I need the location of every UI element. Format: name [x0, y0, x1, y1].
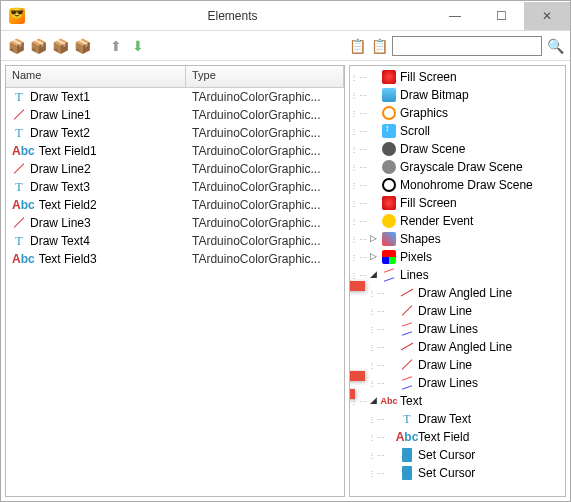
add-icon[interactable]: 📦	[7, 37, 25, 55]
tree-node[interactable]: ⋮⋯Draw Scene	[350, 140, 565, 158]
window-title: Elements	[33, 9, 432, 23]
titlebar[interactable]: Elements — ☐ ✕	[1, 1, 570, 31]
node-icon	[381, 177, 397, 193]
node-icon	[399, 375, 415, 391]
tree-node[interactable]: ⋮⋯Draw Line	[350, 302, 565, 320]
table-row[interactable]: AbcText Field1TArduinoColorGraphic...	[6, 142, 344, 160]
table-row[interactable]: TDraw Text1TArduinoColorGraphic...	[6, 88, 344, 106]
table-row[interactable]: AbcText Field2TArduinoColorGraphic...	[6, 196, 344, 214]
tree-node[interactable]: ⋮⋯Draw Angled Line	[350, 284, 565, 302]
tree-node[interactable]: ⋮⋯Set Cursor	[350, 464, 565, 482]
node-icon: Abc	[399, 429, 415, 445]
tree-node[interactable]: ⋮⋯Grayscale Draw Scene	[350, 158, 565, 176]
up-icon[interactable]: ⬆	[107, 37, 125, 55]
node-icon	[399, 321, 415, 337]
search-icon[interactable]: 🔍	[546, 37, 564, 55]
edit-icon[interactable]: 📦	[51, 37, 69, 55]
cell-name: TDraw Text4	[6, 234, 186, 248]
left-panel: Name Type TDraw Text1TArduinoColorGraphi…	[5, 65, 345, 497]
arrow-annotation	[349, 379, 355, 412]
pixels-icon	[382, 250, 396, 264]
cell-name: TDraw Text3	[6, 180, 186, 194]
tree-node[interactable]: ⋮⋯TDraw Text	[350, 410, 565, 428]
drawscene-icon	[382, 142, 396, 156]
close-button[interactable]: ✕	[524, 2, 570, 30]
table-row[interactable]: AbcText Field3TArduinoColorGraphic...	[6, 250, 344, 268]
tree-node[interactable]: ⋮⋯Draw Line	[350, 356, 565, 374]
tree-node[interactable]: ⋮⋯AbcText Field	[350, 428, 565, 446]
row-name: Draw Line2	[30, 162, 91, 176]
row-name: Draw Line3	[30, 216, 91, 230]
node-label: Grayscale Draw Scene	[400, 160, 523, 174]
cell-type: TArduinoColorGraphic...	[186, 108, 344, 122]
expand-icon	[386, 414, 397, 425]
minimize-button[interactable]: —	[432, 2, 478, 30]
tree-node[interactable]: ⋮⋯Monohrome Draw Scene	[350, 176, 565, 194]
textfield-icon: Abc	[396, 430, 419, 444]
expand-icon	[386, 324, 397, 335]
tree-node[interactable]: ⋮⋯Set Cursor	[350, 446, 565, 464]
expand-icon	[386, 378, 397, 389]
down-icon[interactable]: ⬇	[129, 37, 147, 55]
table-row[interactable]: TDraw Text3TArduinoColorGraphic...	[6, 178, 344, 196]
tree-indent: ⋮⋯	[350, 253, 368, 262]
node-icon	[399, 303, 415, 319]
tree-node[interactable]: ⋮⋯◢Lines	[350, 266, 565, 284]
tree-node[interactable]: ⋮⋯Render Event	[350, 212, 565, 230]
row-name: Draw Text1	[30, 90, 90, 104]
expand-icon[interactable]: ◢	[368, 396, 379, 407]
copy-icon[interactable]: 📋	[348, 37, 366, 55]
tree-node[interactable]: ⋮⋯Graphics	[350, 104, 565, 122]
row-name: Text Field2	[39, 198, 97, 212]
node-label: Draw Lines	[418, 322, 478, 336]
add2-icon[interactable]: 📦	[29, 37, 47, 55]
cell-type: TArduinoColorGraphic...	[186, 126, 344, 140]
table-row[interactable]: Draw Line2TArduinoColorGraphic...	[6, 160, 344, 178]
row-type: TArduinoColorGraphic...	[192, 252, 321, 266]
maximize-button[interactable]: ☐	[478, 2, 524, 30]
tree-node[interactable]: ⋮⋯Draw Lines	[350, 320, 565, 338]
delete-icon[interactable]: 📦	[73, 37, 91, 55]
expand-icon	[368, 126, 379, 137]
paste-icon[interactable]: 📋	[370, 37, 388, 55]
table-row[interactable]: TDraw Text2TArduinoColorGraphic...	[6, 124, 344, 142]
column-name[interactable]: Name	[6, 66, 186, 87]
table-row[interactable]: Draw Line3TArduinoColorGraphic...	[6, 214, 344, 232]
table-row[interactable]: TDraw Text4TArduinoColorGraphic...	[6, 232, 344, 250]
tree-indent: ⋮⋯	[350, 145, 368, 154]
tree-node[interactable]: ⋮⋯▷Shapes	[350, 230, 565, 248]
node-icon	[381, 159, 397, 175]
node-label: Draw Angled Line	[418, 340, 512, 354]
cell-type: TArduinoColorGraphic...	[186, 144, 344, 158]
tree-node[interactable]: ⋮⋯Draw Angled Line	[350, 338, 565, 356]
expand-icon	[386, 306, 397, 317]
cell-name: AbcText Field3	[6, 252, 186, 266]
tree-node[interactable]: ⋮⋯Scroll	[350, 122, 565, 140]
node-icon	[381, 87, 397, 103]
table-row[interactable]: Draw Line1TArduinoColorGraphic...	[6, 106, 344, 124]
tree-node[interactable]: ⋮⋯Draw Lines	[350, 374, 565, 392]
render-icon	[382, 214, 396, 228]
scroll-icon	[382, 124, 396, 138]
tree-node[interactable]: ⋮⋯◢AbcText	[350, 392, 565, 410]
search-input[interactable]	[392, 36, 542, 56]
node-icon	[399, 285, 415, 301]
expand-icon[interactable]: ▷	[368, 252, 379, 263]
mono-icon	[382, 178, 396, 192]
column-type[interactable]: Type	[186, 66, 344, 87]
cell-type: TArduinoColorGraphic...	[186, 180, 344, 194]
row-type: TArduinoColorGraphic...	[192, 108, 321, 122]
node-label: Set Cursor	[418, 448, 475, 462]
tree-node[interactable]: ⋮⋯▷Pixels	[350, 248, 565, 266]
grayscale-icon	[382, 160, 396, 174]
tree-node[interactable]: ⋮⋯Fill Screen	[350, 68, 565, 86]
expand-icon[interactable]: ◢	[368, 270, 379, 281]
tree-node[interactable]: ⋮⋯Fill Screen	[350, 194, 565, 212]
textfield-icon: Abc	[12, 198, 35, 212]
tree-node[interactable]: ⋮⋯Draw Bitmap	[350, 86, 565, 104]
textfield-icon: Abc	[12, 252, 35, 266]
tree-indent: ⋮⋯	[350, 415, 386, 424]
tree-indent: ⋮⋯	[350, 217, 368, 226]
expand-icon[interactable]: ▷	[368, 234, 379, 245]
cell-type: TArduinoColorGraphic...	[186, 216, 344, 230]
